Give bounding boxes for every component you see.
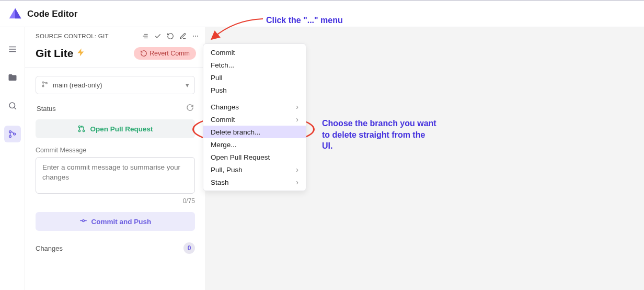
commit-message-label: Commit Message xyxy=(36,147,195,154)
svg-line-6 xyxy=(14,107,16,109)
branch-select[interactable]: main (read-only) ▾ xyxy=(36,76,195,94)
commit-push-label: Commit and Push xyxy=(91,218,152,226)
menu-item-label: Changes xyxy=(211,103,239,111)
changes-label: Changes xyxy=(36,244,63,252)
menu-item[interactable]: Stash› xyxy=(203,176,306,188)
revert-commit-button[interactable]: Revert Comm xyxy=(134,47,196,60)
menu-item[interactable]: Merge... xyxy=(203,138,306,151)
context-menu: CommitFetch...PullPushChanges›Commit›Del… xyxy=(203,43,306,191)
menu-item[interactable]: Pull xyxy=(203,71,306,84)
svg-point-5 xyxy=(9,103,15,108)
search-icon[interactable] xyxy=(4,97,21,114)
menu-toggle-icon[interactable] xyxy=(4,41,21,58)
status-row: Status xyxy=(36,94,195,119)
commit-message-input[interactable] xyxy=(36,157,195,194)
lightning-icon xyxy=(76,47,86,60)
source-control-panel: SOURCE CONTROL: GIT Git Lite Revert Comm xyxy=(25,27,206,290)
menu-item[interactable]: Push xyxy=(203,84,306,96)
repo-title: Git Lite xyxy=(36,47,86,60)
divider xyxy=(25,67,205,68)
menu-item-label: Commit xyxy=(211,116,235,124)
chevron-right-icon: › xyxy=(296,165,298,174)
changes-count-badge: 0 xyxy=(183,242,195,254)
menu-item-label: Stash xyxy=(211,179,229,186)
menu-item-label: Push xyxy=(211,86,227,94)
panel-header: SOURCE CONTROL: GIT xyxy=(25,27,205,43)
repo-name: Git Lite xyxy=(36,47,73,60)
open-pull-request-button[interactable]: Open Pull Request xyxy=(36,119,195,138)
menu-item-label: Merge... xyxy=(211,141,237,149)
svg-point-16 xyxy=(42,82,44,83)
status-label: Status xyxy=(37,105,56,113)
menu-item-label: Open Pull Request xyxy=(211,153,270,161)
open-pr-label: Open Pull Request xyxy=(90,125,153,133)
check-icon[interactable] xyxy=(154,32,162,40)
svg-point-20 xyxy=(79,130,80,131)
app-logo xyxy=(8,7,22,21)
chevron-right-icon: › xyxy=(296,178,298,186)
svg-point-7 xyxy=(9,131,11,133)
branch-icon xyxy=(41,81,49,90)
chevron-right-icon: › xyxy=(296,115,298,124)
topbar: Code Editor xyxy=(0,0,644,27)
menu-item[interactable]: Delete branch... xyxy=(203,126,306,138)
menu-item[interactable]: Pull, Push› xyxy=(203,163,306,176)
status-refresh-icon[interactable] xyxy=(186,104,194,113)
menu-item[interactable]: Open Pull Request xyxy=(203,151,306,163)
menu-item-label: Pull xyxy=(211,74,223,82)
panel-header-title: SOURCE CONTROL: GIT xyxy=(36,33,109,39)
source-control-icon[interactable] xyxy=(4,126,21,142)
svg-point-15 xyxy=(197,36,198,37)
more-actions-icon[interactable] xyxy=(192,32,199,40)
menu-item[interactable]: Commit› xyxy=(203,113,306,126)
svg-point-22 xyxy=(82,220,84,222)
menu-item[interactable]: Commit xyxy=(203,46,306,59)
svg-point-17 xyxy=(42,85,44,87)
svg-point-14 xyxy=(195,36,196,37)
revert-commit-label: Revert Comm xyxy=(150,50,190,57)
menu-item-label: Delete branch... xyxy=(211,128,260,136)
edit-icon[interactable] xyxy=(179,32,187,40)
panel-actions xyxy=(142,32,199,40)
menu-item[interactable]: Fetch... xyxy=(203,59,306,71)
svg-point-13 xyxy=(193,36,194,37)
svg-point-21 xyxy=(83,130,85,131)
commit-message-counter: 0/75 xyxy=(36,197,195,205)
svg-point-19 xyxy=(79,126,80,127)
refresh-icon[interactable] xyxy=(167,32,174,40)
list-tree-icon[interactable] xyxy=(142,32,149,40)
files-icon[interactable] xyxy=(4,69,21,86)
commit-and-push-button[interactable]: Commit and Push xyxy=(36,212,195,231)
menu-item-label: Commit xyxy=(211,49,235,57)
svg-marker-1 xyxy=(15,8,21,18)
caret-down-icon: ▾ xyxy=(186,81,189,89)
changes-row: Changes 0 xyxy=(36,242,195,254)
svg-point-8 xyxy=(9,136,11,138)
chevron-right-icon: › xyxy=(296,103,298,111)
commit-icon xyxy=(79,217,87,226)
menu-item-label: Pull, Push xyxy=(211,166,243,174)
app-title: Code Editor xyxy=(27,9,77,19)
branch-name: main (read-only) xyxy=(53,81,102,89)
repo-title-row: Git Lite Revert Comm xyxy=(25,43,205,67)
activity-bar xyxy=(0,27,25,290)
menu-item-label: Fetch... xyxy=(211,61,234,69)
menu-item[interactable]: Changes› xyxy=(203,101,306,113)
